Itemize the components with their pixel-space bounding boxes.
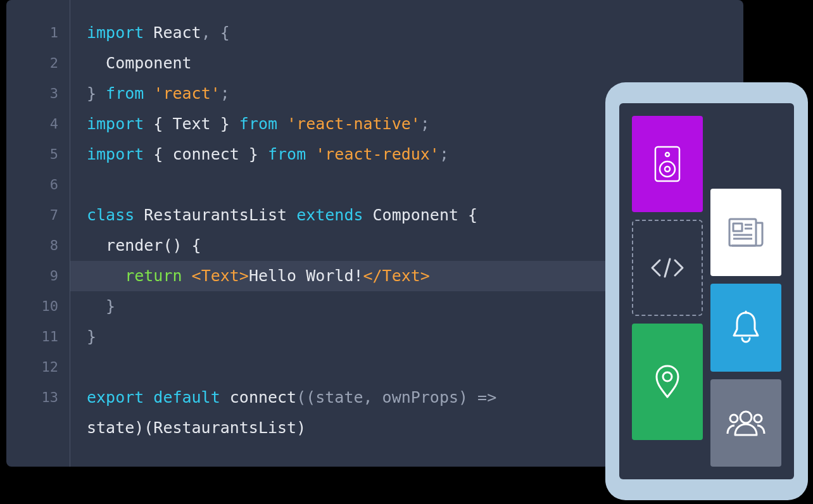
bell-icon (731, 310, 761, 344)
svg-point-5 (663, 372, 672, 381)
line-number: 4 (6, 109, 70, 139)
svg-line-4 (665, 259, 670, 277)
speaker-icon (654, 146, 681, 182)
svg-point-2 (660, 161, 675, 177)
code-icon (650, 256, 685, 279)
svg-point-13 (740, 412, 752, 423)
svg-point-1 (665, 153, 669, 156)
line-number: 8 (6, 230, 70, 261)
tile-code-placeholder[interactable] (632, 220, 703, 316)
phone-col-left (632, 116, 703, 467)
svg-point-3 (665, 167, 670, 172)
people-icon (726, 409, 766, 437)
phone-col-right (710, 116, 781, 467)
phone-mockup (605, 82, 808, 500)
code-line: Component (70, 48, 743, 79)
tile-news[interactable] (710, 189, 781, 276)
line-number: 12 (6, 352, 70, 382)
line-number (6, 413, 70, 443)
svg-rect-7 (733, 224, 742, 231)
line-number: 5 (6, 139, 70, 170)
svg-point-14 (730, 415, 738, 422)
tile-speaker[interactable] (632, 116, 703, 212)
newspaper-icon (728, 217, 764, 248)
line-number: 1 (6, 18, 70, 48)
location-pin-icon (655, 365, 680, 399)
tile-location[interactable] (632, 324, 703, 440)
tile-people[interactable] (710, 379, 781, 467)
line-number: 2 (6, 48, 70, 79)
line-number-gutter: 1 2 3 4 5 6 7 8 9 10 11 12 13 (6, 0, 70, 467)
code-line: import React, { (70, 18, 743, 48)
svg-point-15 (754, 415, 762, 422)
tile-notifications[interactable] (710, 284, 781, 371)
line-number: 3 (6, 79, 70, 109)
line-number: 7 (6, 200, 70, 230)
line-number: 10 (6, 291, 70, 322)
line-number: 9 (6, 261, 70, 291)
line-number: 6 (6, 170, 70, 200)
line-number: 11 (6, 322, 70, 352)
line-number: 13 (6, 382, 70, 413)
phone-screen (619, 103, 794, 479)
